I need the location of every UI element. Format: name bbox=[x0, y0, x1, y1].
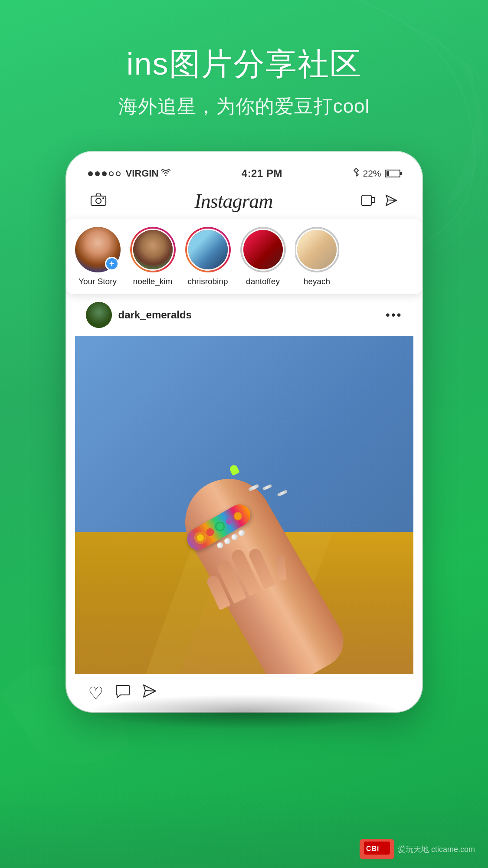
phone-shadow bbox=[84, 694, 404, 729]
signal-dots bbox=[88, 171, 121, 176]
signal-dot-3 bbox=[102, 171, 107, 176]
signal-dot-5 bbox=[116, 171, 121, 176]
watermark-site: 爱玩天地 cticame.com bbox=[398, 844, 475, 855]
chris-username: chrisrobinp bbox=[188, 277, 228, 286]
add-story-badge[interactable]: + bbox=[105, 257, 119, 271]
dan-avatar-img bbox=[243, 230, 283, 269]
status-right: 22% bbox=[353, 168, 400, 179]
noelle-avatar-img bbox=[133, 230, 173, 269]
hey-username: heyach bbox=[304, 277, 330, 286]
phone-mockup: VIRGIN 4:21 PM 22% bbox=[66, 152, 422, 712]
post-avatar bbox=[86, 302, 112, 328]
chris-avatar bbox=[187, 229, 229, 271]
signal-dot-1 bbox=[88, 171, 93, 176]
igtv-icon[interactable] bbox=[361, 193, 376, 209]
instagram-navbar: Instagram bbox=[75, 183, 413, 219]
instagram-logo: Instagram bbox=[194, 190, 272, 213]
story-item-chris[interactable]: chrisrobinp bbox=[185, 227, 231, 286]
svg-text:CBi: CBi bbox=[366, 845, 380, 852]
main-title: ins图片分享社区 bbox=[0, 43, 488, 85]
story-item-dan[interactable]: dantoffey bbox=[240, 227, 286, 286]
more-options-icon[interactable]: ••• bbox=[386, 308, 402, 322]
stories-strip[interactable]: + Your Story noelle_kim bbox=[66, 219, 422, 294]
status-time: 4:21 PM bbox=[242, 167, 282, 180]
hey-avatar bbox=[296, 229, 338, 271]
signal-dot-4 bbox=[109, 171, 114, 176]
sub-title: 海外追星，为你的爱豆打cool bbox=[0, 94, 488, 119]
noelle-avatar bbox=[132, 229, 174, 271]
your-story-username: Your Story bbox=[79, 277, 117, 286]
like-icon[interactable]: ♡ bbox=[88, 683, 104, 703]
battery-fill bbox=[386, 171, 389, 176]
status-bar: VIRGIN 4:21 PM 22% bbox=[75, 164, 413, 183]
hey-story-ring bbox=[295, 227, 339, 272]
status-left: VIRGIN bbox=[88, 168, 171, 179]
post-header: dark_emeralds ••• bbox=[75, 294, 413, 336]
carrier-text: VIRGIN bbox=[126, 168, 159, 179]
svg-rect-3 bbox=[362, 195, 371, 206]
story-item-hey[interactable]: heyach bbox=[295, 227, 339, 286]
camera-icon[interactable] bbox=[90, 192, 107, 210]
nav-right-icons bbox=[361, 193, 398, 209]
svg-point-1 bbox=[96, 198, 101, 203]
dan-username: dantoffey bbox=[246, 277, 280, 286]
post-image bbox=[75, 336, 413, 674]
noelle-story-ring bbox=[130, 227, 176, 272]
hey-avatar-img bbox=[297, 230, 337, 269]
chris-story-ring bbox=[185, 227, 231, 272]
battery-icon bbox=[385, 170, 400, 177]
story-item-noelle[interactable]: noelle_kim bbox=[130, 227, 176, 286]
bluetooth-icon bbox=[353, 168, 359, 179]
dan-avatar bbox=[242, 229, 284, 271]
svg-rect-4 bbox=[371, 197, 375, 203]
chris-avatar-img bbox=[188, 230, 228, 269]
watermark: CBi 爱玩天地 cticame.com bbox=[360, 839, 475, 859]
signal-dot-2 bbox=[95, 171, 100, 176]
dan-story-ring bbox=[240, 227, 286, 272]
battery-percent: 22% bbox=[363, 168, 381, 179]
wifi-icon bbox=[161, 169, 170, 179]
story-item-your-story[interactable]: + Your Story bbox=[75, 227, 121, 286]
svg-point-2 bbox=[102, 197, 104, 199]
your-story-avatar-wrapper: + bbox=[75, 227, 121, 272]
header-section: ins图片分享社区 海外追星，为你的爱豆打cool bbox=[0, 0, 488, 119]
noelle-username: noelle_kim bbox=[133, 277, 173, 286]
post-user-info[interactable]: dark_emeralds bbox=[86, 302, 192, 328]
phone-frame: VIRGIN 4:21 PM 22% bbox=[66, 152, 422, 712]
watermark-logo: CBi bbox=[360, 839, 394, 859]
post-username: dark_emeralds bbox=[118, 309, 192, 321]
send-icon[interactable] bbox=[384, 193, 398, 209]
